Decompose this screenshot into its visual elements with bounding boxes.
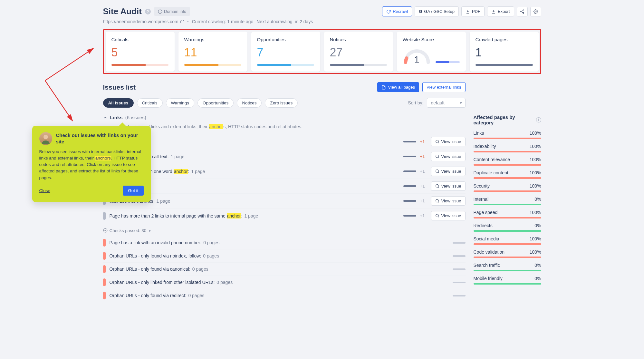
svg-line-10 [45,48,93,81]
category-name: Links [474,131,484,136]
view-issue-button[interactable]: View issue [431,152,466,161]
stat-card[interactable]: Opportunities 7 [251,32,320,72]
tooltip-close-link[interactable]: Close [39,188,51,193]
view-issue-button[interactable]: View issue [431,196,466,206]
checks-passed-label: Checks passed: 30 [110,228,147,233]
category-bar [474,230,541,232]
svg-line-22 [438,202,439,202]
filter-pill[interactable]: Warnings [166,98,195,108]
issue-row[interactable]: und internal links with one word anchor:… [103,164,466,179]
site-url-link[interactable]: https://anemonedemo.wordpress.com [103,19,184,24]
domain-info-button[interactable]: Domain info [154,7,190,16]
svg-line-7 [522,10,523,11]
stat-card[interactable]: Notices 27 [324,32,393,72]
svg-line-6 [522,12,523,12]
issue-text: Page has more than 2 links to internal p… [110,213,399,218]
category-row[interactable]: Internal0% [474,197,541,205]
group-name: Links [110,115,123,120]
category-row[interactable]: Social media100% [474,236,541,245]
document-icon [381,85,386,90]
view-issue-button[interactable]: View issue [431,181,466,191]
category-row[interactable]: Indexability100% [474,144,541,152]
issue-row[interactable]: Orphan URLs - only found via redirect: 0… [103,289,466,302]
stat-card-score[interactable]: Website Score 1 [397,32,466,72]
category-row[interactable]: Mobile friendly0% [474,276,541,285]
info-icon[interactable]: i [536,117,541,122]
issue-row[interactable]: than 100 internal links: 1 page +1 View … [103,194,466,209]
tooltip-title: Check out issues with links on your site [56,132,144,145]
issue-row[interactable]: Page has more than 2 links to internal p… [103,209,466,223]
view-issue-button[interactable]: View issue [431,137,466,146]
category-row[interactable]: Content relevance100% [474,157,541,166]
issue-row[interactable]: Orphan URLs - only found via noindex, fo… [103,249,466,263]
filter-pill[interactable]: All issues [103,98,134,108]
category-row[interactable]: Page speed100% [474,210,541,218]
category-percent: 100% [530,210,541,215]
ga-gsc-button[interactable]: G GA / GSC Setup [415,6,459,16]
view-external-links-button[interactable]: View external links [422,82,465,92]
severity-indicator [103,212,106,220]
settings-button[interactable] [530,7,541,16]
stat-card[interactable]: Criticals 5 [106,32,175,72]
pdf-button[interactable]: PDF [461,6,485,16]
delta-value: +1 [420,169,427,174]
filter-pill[interactable]: Criticals [137,98,163,108]
svg-line-24 [438,217,439,217]
mini-bar [453,255,466,257]
stat-card-crawled[interactable]: Crawled pages 1 [470,32,539,72]
issue-row[interactable]: Page has a link with an invalid phone nu… [103,236,466,249]
score-gauge: 1 [403,47,431,63]
checks-passed-toggle[interactable]: Checks passed: 30 ▸ [103,228,466,233]
mini-bar [403,185,416,187]
category-row[interactable]: Search traffic0% [474,263,541,271]
category-row[interactable]: Duplicate content100% [474,170,541,179]
ga-gsc-label: GA / GSC Setup [424,9,455,14]
share-button[interactable] [517,7,528,16]
mini-bar [403,170,416,172]
issue-row[interactable]: Orphan URLs - only linked from other iso… [103,276,466,289]
category-row[interactable]: Redirects0% [474,223,541,232]
filter-pill[interactable]: Opportunities [197,98,234,108]
group-issue-count: (6 issues) [125,115,146,120]
recrawl-button[interactable]: Recrawl [382,6,412,16]
filter-pill[interactable]: Zero issues [265,98,298,108]
severity-indicator [103,292,106,299]
view-all-pages-button[interactable]: View all pages [377,82,419,92]
issue-text: k: 1 page [110,139,399,144]
site-url: https://anemonedemo.wordpress.com [103,19,178,24]
category-row[interactable]: Links100% [474,131,541,139]
export-button[interactable]: Export [487,6,514,16]
recrawl-label: Recrawl [393,9,408,14]
category-name: Search traffic [474,263,500,268]
stat-bar [436,61,460,63]
issue-row[interactable]: 1 page +1 View issue [103,179,466,194]
refresh-icon [386,9,391,14]
category-bar [474,270,541,271]
search-icon [435,214,439,218]
stat-value: 5 [111,47,169,58]
onboarding-tooltip: Check out issues with links on your site… [32,126,151,202]
issue-row[interactable]: k: 1 page +1 View issue [103,134,466,149]
stat-bar [184,64,242,66]
delta-value: +1 [420,199,427,203]
category-row[interactable]: Security100% [474,183,541,192]
stat-card[interactable]: Warnings 11 [178,32,247,72]
view-issue-button[interactable]: View issue [431,211,466,220]
separator-dot: • [187,19,189,24]
issue-row[interactable]: chored image with no alt text: 1 page +1… [103,149,466,164]
svg-point-3 [523,10,524,11]
group-toggle-links[interactable]: Links (6 issues) [103,115,466,120]
check-circle-icon [103,228,108,233]
issue-text: Orphan URLs - only linked from other iso… [110,280,449,285]
issue-row[interactable]: Orphan URLs - only found via canonical: … [103,263,466,276]
issue-text: Orphan URLs - only found via redirect: 0… [110,293,449,298]
help-icon[interactable]: ? [145,9,151,15]
category-row[interactable]: Code validation100% [474,249,541,258]
svg-line-11 [45,81,72,121]
category-name: Redirects [474,223,493,228]
sort-select[interactable]: default [427,98,466,108]
issue-text: chored image with no alt text: 1 page [110,154,399,159]
filter-pill[interactable]: Notices [237,98,262,108]
tooltip-gotit-button[interactable]: Got it [123,186,143,196]
view-issue-button[interactable]: View issue [431,167,466,176]
